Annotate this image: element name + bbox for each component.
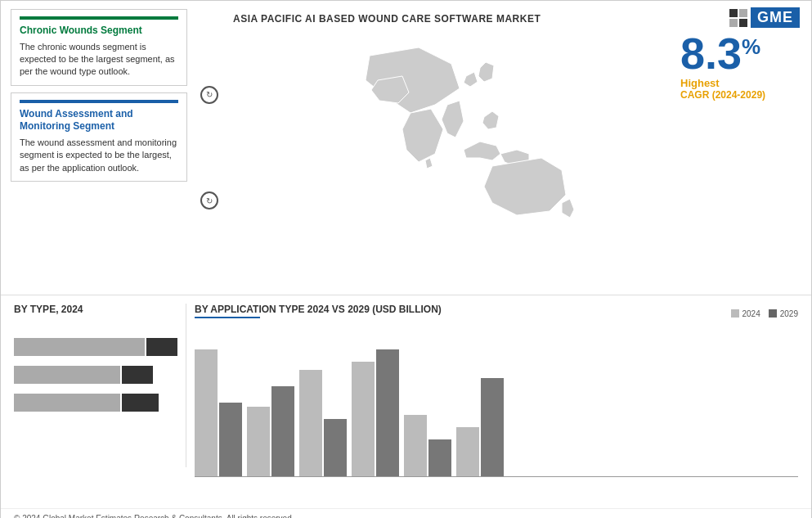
vbar-4-dark	[376, 349, 399, 476]
footer: © 2024 Global Market Estimates Research …	[1, 508, 811, 518]
vbar-6-light	[456, 427, 479, 476]
vbar-group-3	[299, 370, 347, 476]
gme-sq-3	[729, 19, 738, 27]
cagr-number: 8.3	[680, 31, 742, 75]
hbar-light-1	[14, 338, 145, 356]
hbar-row-3	[14, 394, 177, 412]
cagr-percent: %	[742, 31, 760, 57]
by-type-title: BY TYPE, 2024	[14, 304, 177, 315]
vbar-1-light	[195, 349, 218, 476]
by-app-chart	[195, 330, 798, 477]
by-app-area: BY APPLICATION TYPE 2024 VS 2029 (USD BI…	[195, 304, 798, 508]
gme-icon-row-2	[729, 19, 747, 27]
by-app-title-wrapper: BY APPLICATION TYPE 2024 VS 2029 (USD BI…	[195, 304, 442, 323]
hbar-dark-2	[122, 366, 153, 384]
map-cagr-area: 8.3% Highest CAGR (2024-2029)	[222, 31, 811, 295]
svg-marker-6	[464, 72, 478, 87]
gme-icon-row-1	[729, 9, 747, 17]
middle-panel: ↻ ↻	[197, 1, 222, 295]
vbar-group-4	[352, 349, 399, 476]
chronic-wounds-body: The chronic wounds segment is expected t…	[20, 41, 178, 79]
svg-marker-2	[442, 101, 464, 137]
cagr-label-2: CAGR (2024-2029)	[680, 89, 765, 101]
cagr-number-row: 8.3%	[680, 31, 760, 75]
svg-marker-5	[478, 62, 494, 82]
vbar-5-dark	[428, 439, 451, 476]
vbar-2-light	[247, 407, 270, 476]
svg-marker-7	[484, 158, 566, 215]
legend-2024: 2024	[731, 309, 760, 318]
gme-logo-text: GME	[751, 7, 800, 28]
hbar-row-1	[14, 338, 177, 356]
vbar-group-1	[195, 349, 242, 476]
vbar-5-light	[404, 415, 427, 476]
asia-pacific-map	[321, 31, 582, 227]
vbar-4-light	[352, 362, 375, 476]
map-area	[230, 31, 672, 227]
main-container: Chronic Wounds Segment The chronic wound…	[0, 0, 812, 518]
legend-2029: 2029	[769, 309, 798, 318]
gme-sq-2	[739, 9, 747, 17]
svg-marker-8	[482, 111, 499, 129]
arrow-icon-1: ↻	[200, 86, 218, 104]
wound-assessment-card: Wound Assessment and Monitoring Segment …	[11, 92, 187, 182]
vbar-3-light	[299, 370, 322, 476]
vbar-2-dark	[271, 386, 294, 476]
vbar-group-2	[247, 386, 294, 476]
title-underline	[195, 317, 260, 318]
bottom-section: BY TYPE, 2024 BY A	[1, 295, 811, 508]
vertical-divider	[186, 304, 186, 467]
left-panel: Chronic Wounds Segment The chronic wound…	[1, 1, 197, 295]
legend-sq-dark	[769, 309, 777, 318]
svg-marker-9	[425, 158, 433, 169]
by-app-legend: 2024 2029	[731, 309, 799, 318]
gme-logo: GME	[729, 7, 800, 28]
gme-sq-1	[729, 9, 738, 17]
arrow-icon-2: ↻	[200, 191, 218, 209]
vbar-group-6	[456, 378, 504, 476]
cagr-area: 8.3% Highest CAGR (2024-2029)	[672, 31, 803, 117]
wound-assessment-title: Wound Assessment and Monitoring Segment	[20, 108, 178, 133]
hbar-light-2	[14, 366, 120, 384]
top-section: Chronic Wounds Segment The chronic wound…	[1, 1, 811, 295]
vbar-1-dark	[219, 403, 242, 476]
chart-main-title: ASIA PACIFIC AI BASED WOUND CARE SOFTWAR…	[233, 11, 541, 25]
svg-marker-10	[562, 199, 574, 218]
footer-text: © 2024 Global Market Estimates Research …	[14, 514, 294, 518]
legend-sq-light	[731, 309, 739, 318]
wound-assessment-body: The wound assessment and monitoring segm…	[20, 137, 178, 174]
by-app-title: BY APPLICATION TYPE 2024 VS 2029 (USD BI…	[195, 304, 442, 315]
chronic-wounds-card: Chronic Wounds Segment The chronic wound…	[11, 9, 187, 86]
by-type-area: BY TYPE, 2024	[14, 304, 177, 508]
svg-marker-1	[402, 109, 443, 162]
svg-marker-3	[464, 142, 500, 160]
gme-sq-4	[739, 19, 747, 27]
blue-top-bar	[20, 100, 178, 103]
right-panel-header: ASIA PACIFIC AI BASED WOUND CARE SOFTWAR…	[222, 1, 811, 31]
vbar-6-dark	[481, 378, 504, 476]
hbar-dark-3	[122, 394, 159, 412]
green-top-bar	[20, 16, 178, 20]
legend-label-2029: 2029	[780, 309, 798, 318]
hbar-light-3	[14, 394, 120, 412]
cagr-label-1: Highest	[680, 77, 720, 89]
legend-label-2024: 2024	[742, 309, 760, 318]
vbar-3-dark	[324, 419, 347, 476]
vbar-group-5	[404, 415, 451, 476]
hbar-dark-1	[146, 338, 177, 356]
by-type-chart	[14, 338, 177, 412]
hbar-row-2	[14, 366, 177, 384]
chronic-wounds-title: Chronic Wounds Segment	[20, 25, 178, 38]
gme-logo-icon	[729, 9, 747, 27]
right-panel: ASIA PACIFIC AI BASED WOUND CARE SOFTWAR…	[222, 1, 811, 295]
by-app-header: BY APPLICATION TYPE 2024 VS 2029 (USD BI…	[195, 304, 798, 323]
